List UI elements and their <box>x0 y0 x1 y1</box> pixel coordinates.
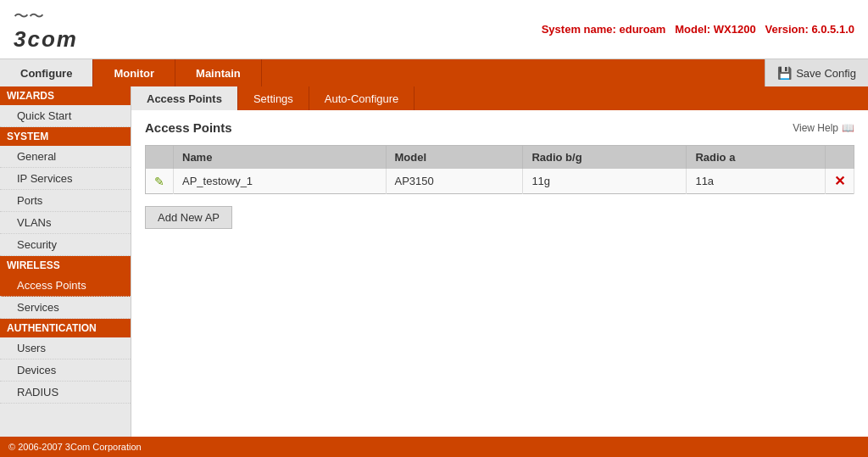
sidebar-item-security[interactable]: Security <box>0 234 131 256</box>
model-name: WX1200 <box>714 23 756 36</box>
content-area: Access Points Settings Auto-Configure Ac… <box>131 86 868 437</box>
footer-text: © 2006-2007 3Com Corporation <box>8 442 142 452</box>
ap-delete-cell: ✕ <box>826 169 854 194</box>
logo-squiggles: 〜〜 <box>14 6 78 26</box>
save-icon: 💾 <box>777 66 792 80</box>
save-config-button[interactable]: 💾 Save Config <box>765 59 868 86</box>
sidebar-item-ports[interactable]: Ports <box>0 190 131 212</box>
navbar: Configure Monitor Maintain 💾 Save Config <box>0 59 868 86</box>
add-new-ap-button[interactable]: Add New AP <box>145 206 232 229</box>
col-name: Name <box>174 146 387 170</box>
sidebar-item-general[interactable]: General <box>0 146 131 168</box>
sidebar: WIZARDS Quick Start SYSTEM General IP Se… <box>0 86 131 437</box>
sidebar-section-wizards: WIZARDS <box>0 86 131 105</box>
subtab-auto-configure[interactable]: Auto-Configure <box>309 86 415 110</box>
ap-radio-a: 11a <box>687 169 826 194</box>
nav-tab-maintain[interactable]: Maintain <box>175 59 262 86</box>
help-book-icon: 📖 <box>842 122 854 134</box>
main-layout: WIZARDS Quick Start SYSTEM General IP Se… <box>0 86 868 437</box>
ap-radio-bg: 11g <box>523 169 687 194</box>
version-label: Version: <box>765 23 808 36</box>
ap-name: AP_testowy_1 <box>174 169 387 194</box>
col-icon <box>146 146 174 170</box>
nav-tab-configure[interactable]: Configure <box>0 59 93 86</box>
system-info: System name: eduroam Model: WX1200 Versi… <box>542 23 854 36</box>
edit-icon[interactable]: ✎ <box>154 175 164 188</box>
header: 〜〜 3com System name: eduroam Model: WX12… <box>0 0 868 59</box>
save-config-label: Save Config <box>796 67 856 80</box>
ap-model: AP3150 <box>386 169 523 194</box>
sidebar-section-authentication: AUTHENTICATION <box>0 319 131 337</box>
subtab-settings[interactable]: Settings <box>238 86 309 110</box>
version-number: 6.0.5.1.0 <box>811 23 854 36</box>
col-radio-a: Radio a <box>687 146 826 170</box>
view-help-link[interactable]: View Help 📖 <box>793 122 854 134</box>
sidebar-item-users[interactable]: Users <box>0 337 131 359</box>
col-radio-bg: Radio b/g <box>523 146 687 170</box>
sidebar-item-ip-services[interactable]: IP Services <box>0 168 131 190</box>
col-model: Model <box>386 146 523 170</box>
sidebar-item-services[interactable]: Services <box>0 297 131 319</box>
sidebar-item-devices[interactable]: Devices <box>0 359 131 382</box>
sidebar-item-quick-start[interactable]: Quick Start <box>0 105 131 127</box>
page-title: Access Points <box>145 120 232 135</box>
sidebar-item-vlans[interactable]: VLANs <box>0 212 131 234</box>
model-label: Model: <box>675 23 710 36</box>
system-name: eduroam <box>619 23 665 36</box>
content-header: Access Points View Help 📖 <box>145 120 854 135</box>
sidebar-item-access-points[interactable]: Access Points <box>0 275 131 297</box>
logo-brand: 3com <box>14 26 78 53</box>
content-body: Access Points View Help 📖 Name Model Rad… <box>131 110 868 239</box>
access-points-table: Name Model Radio b/g Radio a ✎ AP_testow… <box>145 145 854 194</box>
logo: 〜〜 3com <box>14 6 78 53</box>
delete-icon[interactable]: ✕ <box>834 174 845 188</box>
subtabs: Access Points Settings Auto-Configure <box>131 86 868 110</box>
table-row: ✎ AP_testowy_1 AP3150 11g 11a ✕ <box>146 169 854 194</box>
sidebar-section-wireless: WIRELESS <box>0 256 131 275</box>
sidebar-section-system: SYSTEM <box>0 127 131 146</box>
col-action <box>826 146 854 170</box>
system-label: System name: <box>542 23 616 36</box>
sidebar-item-radius[interactable]: RADIUS <box>0 382 131 404</box>
nav-tab-monitor[interactable]: Monitor <box>93 59 175 86</box>
footer: © 2006-2007 3Com Corporation <box>0 437 868 457</box>
subtab-access-points[interactable]: Access Points <box>131 86 238 110</box>
view-help-label: View Help <box>793 122 838 134</box>
ap-edit-icon-cell: ✎ <box>146 169 174 194</box>
